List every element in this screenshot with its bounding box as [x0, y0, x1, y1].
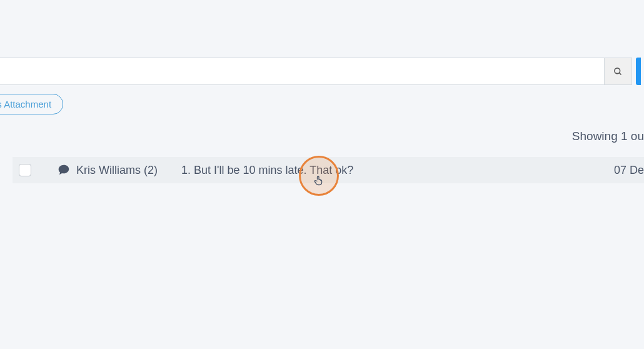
message-date: 07 De [614, 164, 644, 177]
message-row[interactable]: Kris Williams (2) 1. But I'll be 10 mins… [13, 157, 644, 183]
search-button[interactable] [605, 58, 632, 85]
message-sender: Kris Williams (2) [76, 164, 158, 177]
svg-point-0 [615, 68, 620, 73]
svg-line-1 [619, 73, 621, 74]
filter-chip-label: as Attachment [0, 99, 51, 109]
comment-icon [58, 164, 70, 176]
search-bar [0, 58, 641, 85]
message-checkbox[interactable] [19, 164, 31, 176]
filter-chip-attachment[interactable]: as Attachment [0, 94, 63, 114]
action-button[interactable] [636, 58, 641, 85]
message-preview: 1. But I'll be 10 mins late. That ok? [181, 164, 614, 177]
results-count: Showing 1 ou [0, 129, 644, 143]
search-icon [613, 67, 623, 76]
search-input[interactable] [0, 58, 605, 85]
